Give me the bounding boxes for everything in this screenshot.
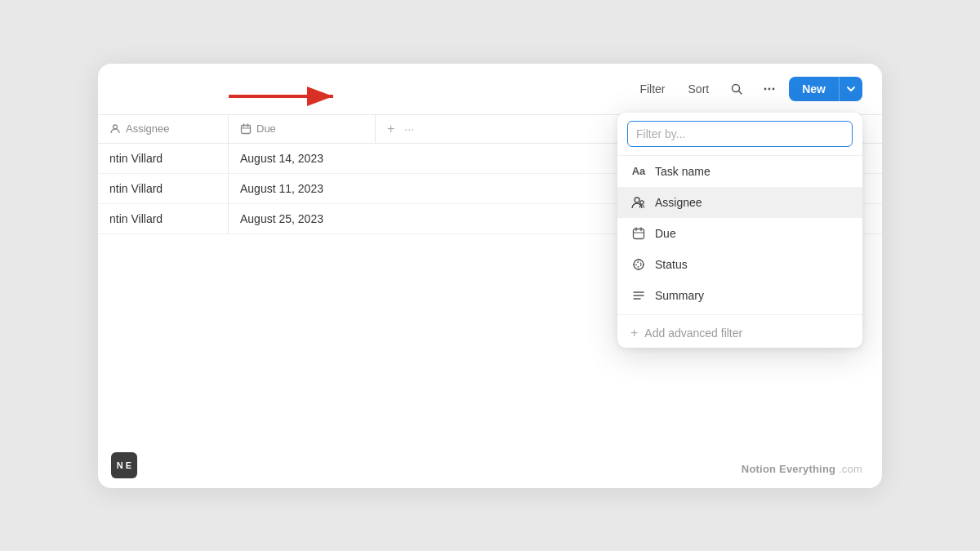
- cell-assignee-1: ntin Villard: [98, 174, 229, 203]
- chevron-down-icon: [846, 84, 856, 94]
- more-options-button[interactable]: [756, 78, 782, 100]
- calendar-icon: [240, 123, 252, 135]
- cell-assignee-0: ntin Villard: [98, 144, 229, 173]
- col-more-icon[interactable]: ···: [404, 122, 414, 136]
- assignee-icon: [630, 194, 647, 211]
- watermark: Notion Everything .com: [742, 463, 862, 475]
- cell-due-1: August 11, 2023: [229, 174, 376, 203]
- ellipsis-icon: [763, 82, 776, 96]
- dropdown-divider: [617, 314, 862, 315]
- filter-option-label: Assignee: [655, 196, 702, 209]
- svg-point-6: [773, 87, 775, 90]
- add-advanced-filter[interactable]: + Add advanced filter: [617, 318, 862, 348]
- svg-rect-14: [634, 229, 644, 238]
- new-button[interactable]: New: [789, 77, 839, 101]
- filter-option-label: Summary: [655, 289, 704, 302]
- logo-box: N E: [111, 452, 137, 478]
- svg-point-18: [634, 260, 644, 269]
- main-card: Filter Sort New: [98, 64, 882, 488]
- person-icon: [109, 123, 121, 135]
- svg-point-22: [638, 269, 639, 270]
- text-icon: Aa: [630, 163, 647, 180]
- filter-dropdown: Aa Task name Assignee: [617, 113, 862, 348]
- filter-option-summary[interactable]: Summary: [617, 280, 862, 311]
- svg-point-5: [768, 87, 771, 90]
- add-advanced-label: Add advanced filter: [644, 327, 742, 340]
- svg-point-7: [114, 125, 118, 129]
- svg-point-12: [635, 198, 639, 202]
- toolbar: Filter Sort New: [98, 64, 882, 115]
- watermark-suffix: .com: [835, 463, 862, 475]
- arrow-annotation: [229, 83, 343, 109]
- svg-point-19: [636, 262, 641, 267]
- filter-option-task-name[interactable]: Aa Task name: [617, 156, 862, 187]
- svg-line-3: [739, 91, 742, 94]
- plus-icon: +: [630, 326, 638, 340]
- logo-area: N E: [111, 452, 137, 478]
- svg-point-4: [764, 87, 767, 90]
- filter-label: Filter: [639, 82, 665, 96]
- search-button[interactable]: [724, 78, 750, 100]
- add-col-icon[interactable]: +: [387, 122, 394, 136]
- filter-option-label: Status: [655, 258, 688, 271]
- filter-input[interactable]: [627, 121, 853, 147]
- cell-assignee-2: ntin Villard: [98, 204, 229, 233]
- cell-due-0: August 14, 2023: [229, 144, 376, 173]
- svg-rect-8: [242, 125, 251, 133]
- sort-label: Sort: [688, 82, 710, 96]
- filter-option-status[interactable]: Status: [617, 249, 862, 280]
- filter-option-label: Due: [655, 227, 676, 240]
- filter-option-label: Task name: [655, 165, 710, 178]
- new-button-group: New: [789, 77, 862, 101]
- col-add-controls: + ···: [376, 115, 425, 143]
- cell-due-2: August 25, 2023: [229, 204, 376, 233]
- col-header-due: Due: [229, 115, 376, 143]
- svg-point-21: [643, 264, 644, 265]
- svg-point-13: [640, 200, 644, 203]
- lines-icon: [630, 287, 647, 304]
- search-icon: [730, 82, 743, 96]
- filter-option-due[interactable]: Due: [617, 218, 862, 249]
- svg-point-20: [638, 259, 639, 260]
- filter-input-wrap: [617, 113, 862, 156]
- sort-button[interactable]: Sort: [680, 78, 718, 100]
- filter-button[interactable]: Filter: [631, 78, 673, 100]
- calendar-small-icon: [630, 225, 647, 242]
- col-header-assignee: Assignee: [98, 115, 229, 143]
- svg-point-23: [633, 264, 635, 265]
- status-icon: [630, 256, 647, 273]
- new-button-chevron[interactable]: [839, 77, 862, 101]
- filter-option-assignee[interactable]: Assignee: [617, 187, 862, 218]
- watermark-brand: Notion Everything: [742, 463, 835, 475]
